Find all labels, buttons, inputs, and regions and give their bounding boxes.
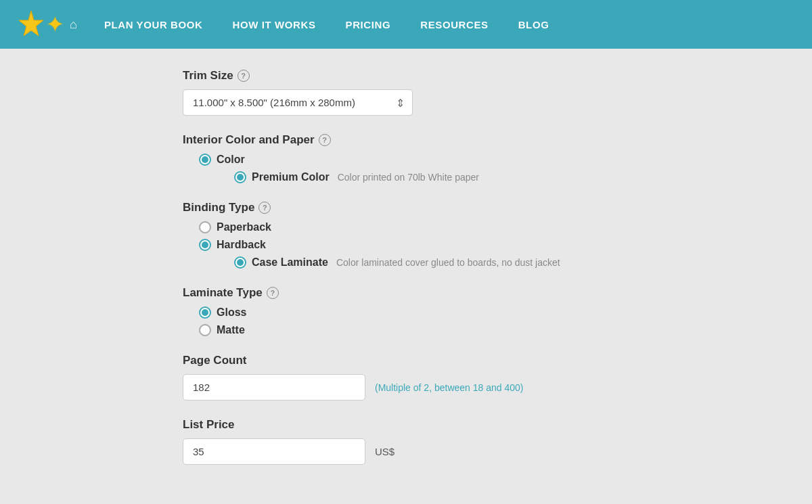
paperback-label: Paperback [217,221,271,233]
hardback-sub-options: Case Laminate Color laminated cover glue… [199,256,683,269]
binding-type-help-icon[interactable]: ? [258,202,271,214]
trim-size-select[interactable]: 11.000" x 8.500" (216mm x 280mm)8.500" x… [183,89,413,116]
list-price-section: List Price US$ [183,418,683,465]
trim-size-help-icon[interactable]: ? [238,70,250,82]
trim-size-label: Trim Size ? [183,69,683,83]
premium-color-radio-button[interactable] [234,171,246,183]
color-radio-button[interactable] [199,154,211,166]
color-sub-options: Premium Color Color printed on 70lb Whit… [199,171,683,183]
paperback-radio-button[interactable] [199,221,211,233]
page-count-hint: (Multiple of 2, between 18 and 400) [375,382,523,393]
laminate-type-label: Laminate Type ? [183,286,683,300]
star-icon: ✦ [46,14,64,35]
trim-size-select-wrapper: 11.000" x 8.500" (216mm x 280mm)8.500" x… [183,89,413,116]
paperback-radio-option[interactable]: Paperback [199,221,683,233]
case-laminate-radio-button[interactable] [234,256,246,269]
laminate-type-help-icon[interactable]: ? [267,287,279,299]
laminate-type-section: Laminate Type ? Gloss Matte [183,286,683,336]
premium-color-label: Premium Color [252,171,330,183]
case-laminate-label: Case Laminate [252,256,328,269]
binding-type-section: Binding Type ? Paperback Hardback [183,201,683,269]
trim-size-section: Trim Size ? 11.000" x 8.500" (216mm x 28… [183,69,683,116]
logo[interactable]: ✦ [16,9,64,39]
gloss-radio-option[interactable]: Gloss [199,306,683,319]
case-laminate-description: Color laminated cover glued to boards, n… [336,257,560,268]
nav-links: PLAN YOUR BOOK HOW IT WORKS PRICING RESO… [89,0,564,49]
premium-color-description: Color printed on 70lb White paper [338,172,479,183]
color-radio-option[interactable]: Color [199,154,683,166]
hardback-label: Hardback [217,239,266,251]
nav-plan-your-book[interactable]: PLAN YOUR BOOK [89,0,218,49]
matte-label: Matte [217,324,245,336]
matte-radio-button[interactable] [199,324,211,336]
gloss-label: Gloss [217,306,246,319]
list-price-unit: US$ [375,446,394,457]
page-count-input[interactable] [183,374,365,400]
interior-color-section: Interior Color and Paper ? Color Premium… [183,133,683,183]
hardback-radio-button[interactable] [199,239,211,251]
interior-color-help-icon[interactable]: ? [319,134,331,146]
interior-color-label: Interior Color and Paper ? [183,133,683,147]
list-price-input-row: US$ [183,438,683,465]
list-price-label: List Price [183,418,683,432]
hardback-radio-option[interactable]: Hardback [199,239,683,251]
binding-type-options: Paperback Hardback Case Laminate Color l… [183,221,683,269]
main-form: Trim Size ? 11.000" x 8.500" (216mm x 28… [102,49,710,504]
page-count-section: Page Count (Multiple of 2, between 18 an… [183,354,683,400]
page-count-input-row: (Multiple of 2, between 18 and 400) [183,374,683,400]
binding-type-label: Binding Type ? [183,201,683,214]
premium-color-radio-option[interactable]: Premium Color Color printed on 70lb Whit… [234,171,683,183]
page-count-label: Page Count [183,354,683,367]
interior-color-options: Color Premium Color Color printed on 70l… [183,154,683,183]
matte-radio-option[interactable]: Matte [199,324,683,336]
gloss-radio-button[interactable] [199,306,211,319]
nav-pricing[interactable]: PRICING [331,0,406,49]
laminate-type-options: Gloss Matte [183,306,683,336]
svg-marker-0 [19,11,43,36]
navbar: ✦ ⌂ PLAN YOUR BOOK HOW IT WORKS PRICING … [0,0,812,49]
case-laminate-radio-option[interactable]: Case Laminate Color laminated cover glue… [234,256,683,269]
nav-blog[interactable]: BLOG [503,0,564,49]
list-price-input[interactable] [183,438,365,465]
nav-how-it-works[interactable]: HOW IT WORKS [218,0,331,49]
nav-resources[interactable]: RESOURCES [405,0,503,49]
color-option-label: Color [217,154,245,166]
home-icon[interactable]: ⌂ [70,18,77,32]
